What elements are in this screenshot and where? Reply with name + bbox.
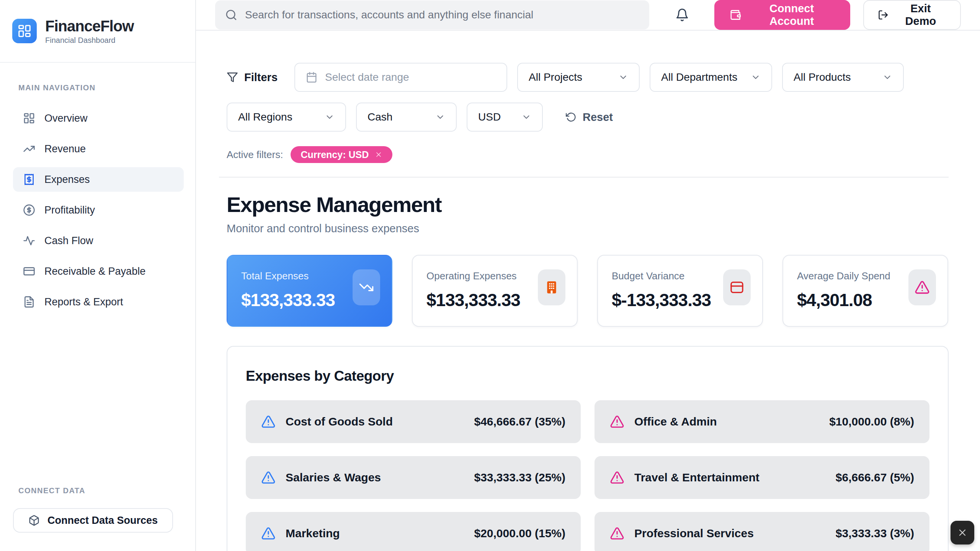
close-overlay-button[interactable] <box>951 521 974 544</box>
sidebar-item-label: Profitability <box>44 204 95 216</box>
sidebar-item-revenue[interactable]: Revenue <box>13 137 184 161</box>
brand-header: FinanceFlow Financial Dashboard <box>0 0 195 63</box>
expenses-by-category-title: Expenses by Category <box>246 368 929 384</box>
bell-icon <box>675 8 689 22</box>
filters-row-2: All Regions Cash USD Reset <box>227 103 949 132</box>
brand-name: FinanceFlow <box>45 18 134 34</box>
stat-card-total-expenses[interactable]: Total Expenses $133,333.33 <box>227 255 392 327</box>
stat-card-average-daily-spend[interactable]: Average Daily Spend $4,301.08 <box>782 255 948 327</box>
connect-account-button[interactable]: Connect Account <box>714 0 850 30</box>
sidebar-item-label: Overview <box>44 112 88 124</box>
sidebar-item-profitability[interactable]: Profitability <box>13 198 184 222</box>
payment-method-dropdown[interactable]: Cash <box>356 103 457 132</box>
filters-title: Filters <box>244 71 278 84</box>
close-icon[interactable] <box>375 151 382 158</box>
notifications-button[interactable] <box>675 8 689 22</box>
category-value: $10,000.00 (8%) <box>829 415 914 428</box>
active-filter-chip-currency[interactable]: Currency: USD <box>291 146 392 163</box>
payment-method-dropdown-value: Cash <box>368 111 392 123</box>
page-title: Expense Management <box>227 192 949 217</box>
departments-dropdown[interactable]: All Departments <box>650 63 772 92</box>
active-filter-chip-label: Currency: USD <box>301 149 369 160</box>
exit-demo-button[interactable]: Exit Demo <box>863 0 961 30</box>
active-filters-row: Active filters: Currency: USD <box>227 146 949 163</box>
global-search <box>215 0 649 29</box>
products-dropdown[interactable]: All Products <box>782 63 904 92</box>
category-value: $46,666.67 (35%) <box>474 415 565 428</box>
cube-icon <box>28 515 40 526</box>
financeflow-app: FinanceFlow Financial Dashboard MAIN NAV… <box>0 0 980 551</box>
currency-dropdown[interactable]: USD <box>467 103 543 132</box>
alert-triangle-icon <box>261 526 276 541</box>
circle-dollar-icon <box>23 204 35 216</box>
category-label: Cost of Goods Sold <box>286 415 393 428</box>
projects-dropdown[interactable]: All Projects <box>517 63 640 92</box>
sidebar-item-expenses[interactable]: Expenses <box>13 167 184 192</box>
regions-dropdown-value: All Regions <box>238 111 292 123</box>
sidebar: FinanceFlow Financial Dashboard MAIN NAV… <box>0 0 196 551</box>
sidebar-item-cash-flow[interactable]: Cash Flow <box>13 228 184 253</box>
date-range-picker[interactable]: Select date range <box>294 63 507 92</box>
main-navigation: MAIN NAVIGATION Overview Revenue <box>0 63 195 320</box>
alert-triangle-icon <box>610 526 624 541</box>
category-value: $20,000.00 (15%) <box>474 527 565 540</box>
category-row-office-admin: Office & Admin $10,000.00 (8%) <box>595 400 929 443</box>
active-filters-label: Active filters: <box>227 149 283 161</box>
sidebar-item-reports-export[interactable]: Reports & Export <box>13 290 184 314</box>
overview-grid-icon <box>23 112 35 124</box>
regions-dropdown[interactable]: All Regions <box>227 103 346 132</box>
wallet-icon <box>730 9 741 21</box>
app-logo <box>12 19 37 43</box>
category-label: Salaries & Wages <box>286 471 381 484</box>
connect-data-sources-label: Connect Data Sources <box>47 515 158 527</box>
category-value: $6,666.67 (5%) <box>836 471 914 484</box>
category-row-cost-of-goods-sold: Cost of Goods Sold $46,666.67 (35%) <box>246 400 581 443</box>
category-value: $3,333.33 (3%) <box>836 527 914 540</box>
file-text-icon <box>23 296 35 308</box>
currency-dropdown-value: USD <box>478 111 501 123</box>
alert-triangle-icon <box>610 414 624 429</box>
alert-triangle-icon <box>261 470 276 485</box>
category-label: Marketing <box>286 527 340 540</box>
brand-tagline: Financial Dashboard <box>45 36 134 45</box>
stat-icon-box <box>353 269 380 305</box>
category-row-salaries-wages: Salaries & Wages $33,333.33 (25%) <box>246 456 581 499</box>
receipt-icon <box>23 173 35 186</box>
chevron-down-icon <box>325 112 335 122</box>
activity-pulse-icon <box>23 235 35 247</box>
connect-section-label: CONNECT DATA <box>13 486 184 495</box>
sidebar-item-label: Cash Flow <box>44 235 93 247</box>
main-area: Connect Account Exit Demo Filters <box>196 0 980 551</box>
category-grid: Cost of Goods Sold $46,666.67 (35%) Offi… <box>246 400 929 551</box>
chevron-down-icon <box>618 72 628 82</box>
dashboard-grid-icon <box>17 24 32 38</box>
sidebar-item-label: Revenue <box>44 143 86 155</box>
alert-triangle-icon <box>610 470 624 485</box>
sidebar-item-label: Expenses <box>44 174 90 186</box>
reset-filters-label: Reset <box>583 111 613 124</box>
projects-dropdown-value: All Projects <box>529 71 582 83</box>
stat-card-operating-expenses[interactable]: Operating Expenses $133,333.33 <box>412 255 578 327</box>
content: Filters Select date range All Projects A… <box>196 31 980 551</box>
search-icon <box>225 9 237 21</box>
calendar-icon <box>306 72 317 83</box>
stat-card-budget-variance[interactable]: Budget Variance $-133,333.33 <box>597 255 763 327</box>
search-input[interactable] <box>245 9 639 21</box>
topbar: Connect Account Exit Demo <box>196 0 980 31</box>
category-label: Professional Services <box>634 527 754 540</box>
stat-cards-row: Total Expenses $133,333.33 Operating Exp… <box>227 255 949 327</box>
building-icon <box>544 280 559 295</box>
connect-data-sources-button[interactable]: Connect Data Sources <box>13 508 173 533</box>
stat-icon-box <box>723 269 751 305</box>
chevron-down-icon <box>882 72 892 82</box>
sidebar-item-overview[interactable]: Overview <box>13 106 184 130</box>
category-value: $33,333.33 (25%) <box>474 471 565 484</box>
sidebar-item-receivable-payable[interactable]: Receivable & Payable <box>13 259 184 284</box>
funnel-icon <box>227 72 238 83</box>
log-out-icon <box>878 9 889 21</box>
chevron-down-icon <box>521 112 531 122</box>
reset-filters-button[interactable]: Reset <box>566 111 613 124</box>
page-subtitle: Monitor and control business expenses <box>227 222 949 235</box>
filters-row-1: Filters Select date range All Projects A… <box>227 63 949 92</box>
category-row-marketing: Marketing $20,000.00 (15%) <box>246 512 581 551</box>
